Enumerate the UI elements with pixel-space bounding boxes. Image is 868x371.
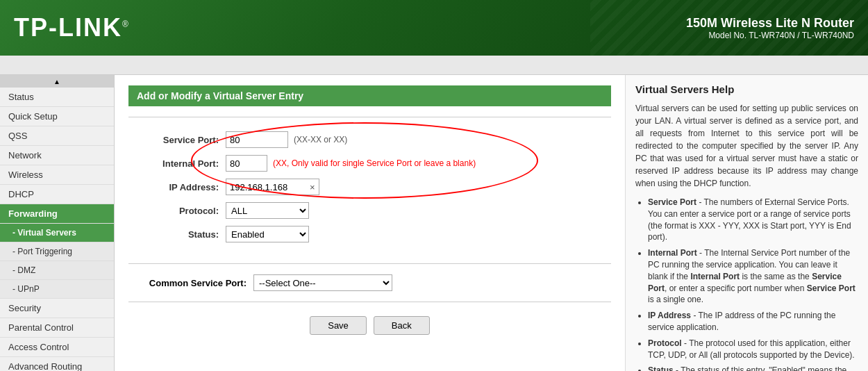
protocol-select[interactable]: ALL TCP UDP xyxy=(226,202,309,219)
router-info: 150M Wireless Lite N Router Model No. TL… xyxy=(686,16,854,40)
sidebar-item-port-triggering[interactable]: - Port Triggering xyxy=(0,242,114,261)
content-area: Add or Modify a Virtual Server Entry Ser… xyxy=(115,75,625,371)
sidebar-item-status[interactable]: Status xyxy=(0,88,114,107)
status-select[interactable]: Enabled Disabled xyxy=(226,226,309,242)
help-item-internal-port: Internal Port - The Internal Service Por… xyxy=(648,247,858,306)
service-port-input[interactable] xyxy=(226,131,288,148)
help-item-status: Status - The status of this entry, "Enab… xyxy=(648,365,858,371)
ip-clear-button[interactable]: × xyxy=(310,182,315,192)
help-term-status: Status xyxy=(648,365,674,371)
sidebar: ▲ Status Quick Setup QSS Network Wireles… xyxy=(0,75,115,371)
sidebar-item-dmz[interactable]: - DMZ xyxy=(0,261,114,280)
help-term-internal-port: Internal Port xyxy=(648,248,697,258)
sidebar-item-security[interactable]: Security xyxy=(0,299,114,318)
main-layout: ▲ Status Quick Setup QSS Network Wireles… xyxy=(0,75,868,371)
help-list: Service Port - The numbers of External S… xyxy=(635,197,858,371)
sidebar-item-qss[interactable]: QSS xyxy=(0,126,114,146)
status-label: Status: xyxy=(128,229,226,240)
header: TP-LINK® 150M Wireless Lite N Router Mod… xyxy=(0,0,868,56)
sidebar-item-network[interactable]: Network xyxy=(0,146,114,165)
sidebar-item-quick-setup[interactable]: Quick Setup xyxy=(0,107,114,126)
nav-bar xyxy=(0,56,868,75)
form-fields-container: Service Port: (XX-XX or XX) Internal Por… xyxy=(128,128,611,256)
help-desc-status: - The status of this entry, "Enabled" me… xyxy=(648,365,846,371)
protocol-group: Protocol: ALL TCP UDP xyxy=(128,202,611,219)
back-button[interactable]: Back xyxy=(374,316,430,335)
section-title: Add or Modify a Virtual Server Entry xyxy=(128,85,611,106)
ip-address-group: IP Address: × xyxy=(128,179,611,195)
sidebar-scroll-up[interactable]: ▲ xyxy=(0,75,114,88)
sidebar-item-advanced-routing[interactable]: Advanced Routing xyxy=(0,357,114,371)
sidebar-item-virtual-servers[interactable]: - Virtual Servers xyxy=(0,224,114,242)
model-number: Model No. TL-WR740N / TL-WR740ND xyxy=(686,31,854,40)
help-term-ip-address: IP Address xyxy=(648,311,691,320)
common-service-port-select[interactable]: --Select One-- xyxy=(253,274,392,291)
sidebar-item-dhcp[interactable]: DHCP xyxy=(0,185,114,204)
router-name: 150M Wireless Lite N Router xyxy=(686,16,854,31)
help-title: Virtual Servers Help xyxy=(635,83,858,95)
button-row: Save Back xyxy=(128,316,611,335)
save-button[interactable]: Save xyxy=(310,316,367,335)
internal-port-hint: (XX, Only valid for single Service Port … xyxy=(273,158,476,168)
common-service-port-row: Common Service Port: --Select One-- xyxy=(128,274,611,291)
ip-address-wrapper: × xyxy=(226,179,319,195)
service-port-group: Service Port: (XX-XX or XX) xyxy=(128,131,611,148)
help-item-protocol: Protocol - The protocol used for this ap… xyxy=(648,338,858,361)
sidebar-item-wireless[interactable]: Wireless xyxy=(0,165,114,185)
common-service-port-label: Common Service Port: xyxy=(128,278,253,288)
help-intro: Virtual servers can be used for setting … xyxy=(635,102,858,190)
ip-address-input[interactable] xyxy=(230,182,306,192)
protocol-label: Protocol: xyxy=(128,206,226,216)
sidebar-item-access-control[interactable]: Access Control xyxy=(0,338,114,357)
help-term-protocol: Protocol xyxy=(648,338,682,348)
internal-port-label: Internal Port: xyxy=(128,158,226,169)
status-group: Status: Enabled Disabled xyxy=(128,226,611,242)
form-divider-mid xyxy=(128,263,611,264)
help-term-service-port: Service Port xyxy=(648,197,696,207)
service-port-hint: (XX-XX or XX) xyxy=(294,135,347,145)
internal-port-input[interactable] xyxy=(226,155,267,172)
sidebar-item-parental-control[interactable]: Parental Control xyxy=(0,318,114,338)
form-divider-bot xyxy=(128,302,611,302)
service-port-label: Service Port: xyxy=(128,135,226,145)
sidebar-item-upnp[interactable]: - UPnP xyxy=(0,280,114,299)
help-item-service-port: Service Port - The numbers of External S… xyxy=(648,197,858,243)
help-panel: Virtual Servers Help Virtual servers can… xyxy=(625,75,868,371)
ip-address-label: IP Address: xyxy=(128,182,226,192)
internal-port-group: Internal Port: (XX, Only valid for singl… xyxy=(128,155,611,172)
logo: TP-LINK® xyxy=(14,13,130,42)
sidebar-item-forwarding[interactable]: Forwarding xyxy=(0,204,114,224)
help-item-ip-address: IP Address - The IP address of the PC ru… xyxy=(648,310,858,333)
form-divider-top xyxy=(128,117,611,117)
